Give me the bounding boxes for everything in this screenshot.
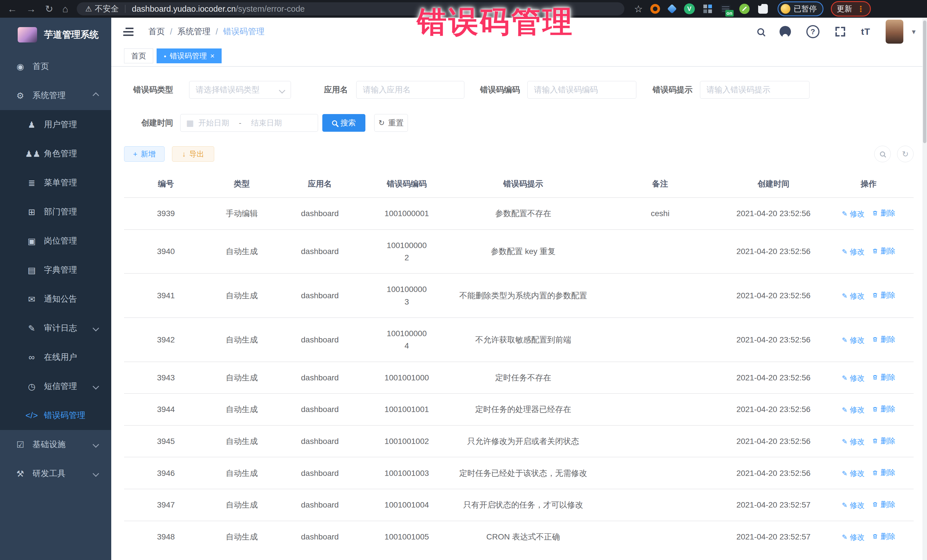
delete-link[interactable]: 删除 xyxy=(872,207,895,219)
reset-button[interactable]: ↻ 重置 xyxy=(374,114,408,132)
green-key-extension-icon[interactable] xyxy=(739,4,749,14)
browser-back-icon[interactable]: ← xyxy=(8,4,17,14)
app-name-field[interactable] xyxy=(356,81,464,99)
delete-link[interactable]: 删除 xyxy=(872,499,895,510)
sidebar-item-部门管理[interactable]: ⊞部门管理 xyxy=(0,197,111,226)
delete-link[interactable]: 删除 xyxy=(872,372,895,383)
bookmark-star-icon[interactable]: ☆ xyxy=(634,3,643,15)
green-v-extension-icon[interactable]: V xyxy=(684,3,695,14)
sidebar-item-审计日志[interactable]: ✎审计日志 xyxy=(0,314,111,343)
browser-reload-icon[interactable]: ↻ xyxy=(45,4,53,14)
delete-link[interactable]: 删除 xyxy=(872,467,895,478)
post-badge-icon: ▣ xyxy=(25,236,38,246)
sidebar-item-首页[interactable]: ◉首页 xyxy=(0,52,111,81)
help-icon[interactable]: ? xyxy=(806,25,819,38)
sidebar-item-系统管理[interactable]: ⚙系统管理 xyxy=(0,81,111,110)
edit-link[interactable]: ✎修改 xyxy=(842,246,865,258)
cell-type: 自动生成 xyxy=(208,393,275,425)
edit-icon: ✎ xyxy=(842,293,847,299)
delete-link[interactable]: 删除 xyxy=(872,403,895,414)
sidebar-item-错误码管理[interactable]: </>错误码管理 xyxy=(0,401,111,430)
sidebar-item-岗位管理[interactable]: ▣岗位管理 xyxy=(0,226,111,255)
show-search-button[interactable] xyxy=(874,146,891,162)
sidebar-item-label: 审计日志 xyxy=(44,322,77,334)
search-button[interactable]: 搜索 xyxy=(322,114,365,132)
fullscreen-icon[interactable] xyxy=(835,26,846,37)
close-tab-icon[interactable]: × xyxy=(210,52,214,59)
cell-remark xyxy=(597,425,723,457)
sidebar-item-字典管理[interactable]: ▤字典管理 xyxy=(0,255,111,285)
breadcrumb-item[interactable]: 系统管理 xyxy=(178,26,211,37)
edit-link[interactable]: ✎修改 xyxy=(842,208,865,220)
error-type-select[interactable]: 请选择错误码类型 xyxy=(189,81,291,99)
sidebar-item-在线用户[interactable]: ∞在线用户 xyxy=(0,343,111,372)
cell-type: 自动生成 xyxy=(208,362,275,394)
edit-link[interactable]: ✎修改 xyxy=(842,334,865,346)
profile-paused-badge[interactable]: 已暂停 xyxy=(778,2,824,16)
delete-link[interactable]: 删除 xyxy=(872,290,895,301)
sidebar-item-菜单管理[interactable]: ≣菜单管理 xyxy=(0,168,111,197)
delete-link[interactable]: 删除 xyxy=(872,531,895,542)
app-logo[interactable]: 芋道管理系统 xyxy=(0,18,111,52)
refresh-table-button[interactable]: ↻ xyxy=(897,146,913,162)
chevron-down-icon[interactable]: ▾ xyxy=(912,27,916,36)
delete-link[interactable]: 删除 xyxy=(872,245,895,256)
edit-link[interactable]: ✎修改 xyxy=(842,372,865,384)
sidebar-item-通知公告[interactable]: ✉通知公告 xyxy=(0,285,111,314)
browser-update-button[interactable]: 更新 ⋮ xyxy=(831,1,871,17)
browser-menu-icon[interactable]: ⋮ xyxy=(857,4,865,14)
cell-remark xyxy=(597,457,723,489)
security-label: 不安全 xyxy=(95,3,119,14)
font-size-icon[interactable]: tT xyxy=(861,27,870,37)
edit-link[interactable]: ✎修改 xyxy=(842,499,865,511)
edit-icon: ✎ xyxy=(842,337,847,344)
cell-app: dashboard xyxy=(275,393,364,425)
sidebar-item-用户管理[interactable]: ♟用户管理 xyxy=(0,110,111,139)
browser-forward-icon[interactable]: → xyxy=(26,4,36,14)
cell-id: 3947 xyxy=(124,489,208,521)
delete-link[interactable]: 删除 xyxy=(872,334,895,345)
cell-created: 2021-04-20 23:52:57 xyxy=(723,489,824,521)
error-code-field[interactable] xyxy=(527,81,636,99)
edit-link[interactable]: ✎修改 xyxy=(842,467,865,479)
edit-link[interactable]: ✎修改 xyxy=(842,404,865,416)
tab-首页[interactable]: 首页 xyxy=(124,49,153,63)
scrollbar-thumb[interactable] xyxy=(923,21,926,143)
delete-link[interactable]: 删除 xyxy=(872,435,895,446)
sidebar-item-研发工具[interactable]: ⚒研发工具 xyxy=(0,459,111,488)
sidebar-item-基础设施[interactable]: ☑基础设施 xyxy=(0,430,111,459)
cell-id: 3944 xyxy=(124,393,208,425)
cell-remark: ceshi xyxy=(597,197,723,229)
tab-错误码管理[interactable]: ●错误码管理× xyxy=(157,49,222,63)
sidebar-item-短信管理[interactable]: ◷短信管理 xyxy=(0,372,111,401)
address-bar[interactable]: ⚠ 不安全 dashboard.yudao.iocoder.cn /system… xyxy=(77,2,625,15)
error-hint-field[interactable] xyxy=(700,81,810,99)
delete-label: 删除 xyxy=(880,245,895,256)
date-range-picker[interactable]: ▦ 开始日期 - 结束日期 xyxy=(180,114,318,132)
cell-type: 自动生成 xyxy=(208,425,275,457)
browser-home-icon[interactable]: ⌂ xyxy=(62,4,68,14)
edit-link[interactable]: ✎修改 xyxy=(842,290,865,302)
window-scrollbar[interactable] xyxy=(922,18,927,560)
list-extension-icon[interactable]: on xyxy=(720,5,731,13)
user-avatar[interactable] xyxy=(886,20,903,44)
github-icon[interactable] xyxy=(780,26,791,37)
breadcrumb-item[interactable]: 首页 xyxy=(148,26,165,37)
search-icon[interactable] xyxy=(757,28,764,35)
blue-gem-extension-icon[interactable] xyxy=(669,5,675,12)
edit-link[interactable]: ✎修改 xyxy=(842,531,865,543)
export-button[interactable]: ↓ 导出 xyxy=(172,146,214,162)
orange-ring-extension-icon[interactable] xyxy=(650,4,660,14)
grid-extension-icon[interactable] xyxy=(704,5,712,13)
edit-link[interactable]: ✎修改 xyxy=(842,436,865,448)
add-button[interactable]: + 新增 xyxy=(124,146,164,162)
sidebar-item-label: 首页 xyxy=(32,61,49,72)
error-code-input[interactable] xyxy=(528,85,636,94)
sidebar-item-角色管理[interactable]: ♟♟角色管理 xyxy=(0,139,111,168)
app-name-input[interactable] xyxy=(357,85,464,94)
cell-actions: ✎修改删除 xyxy=(824,457,913,489)
collapse-menu-icon[interactable] xyxy=(123,31,135,32)
puzzle-extensions-icon[interactable] xyxy=(758,4,768,14)
cell-id: 3946 xyxy=(124,457,208,489)
error-hint-input[interactable] xyxy=(700,85,809,94)
